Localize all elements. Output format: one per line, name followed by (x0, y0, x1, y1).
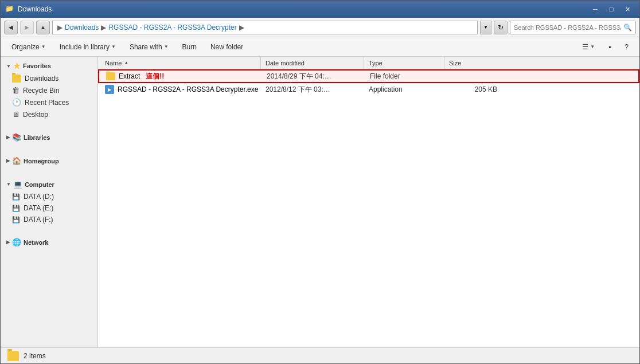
include-dropdown-arrow: ▼ (111, 44, 116, 49)
downloads-label: Downloads (25, 75, 58, 83)
maximize-button[interactable]: □ (604, 3, 619, 15)
downloads-folder-icon (12, 75, 21, 83)
file-row-extract[interactable]: Extract 這個!! 2014/8/29 下午 04:… File fold… (98, 69, 639, 83)
homegroup-section: ▶ 🏠 Homegroup (1, 154, 97, 167)
network-label: Network (24, 239, 48, 246)
address-bar: ◀ ▶ ▲ ▶ Downloads ▶ RGSSAD - RGSS2A - RG… (1, 18, 639, 37)
help-button[interactable]: ? (618, 40, 635, 54)
divider-3 (1, 172, 97, 178)
file-date-decrypter: 2012/8/12 下午 03:… (261, 85, 364, 95)
col-type-header[interactable]: Type (364, 57, 444, 69)
drive-f-icon: 💾 (12, 216, 20, 224)
sidebar-item-recent[interactable]: 🕐 Recent Places (1, 96, 97, 108)
computer-header[interactable]: ▼ 💻 Computer (1, 178, 97, 191)
share-label: Share with (130, 43, 162, 51)
search-icon[interactable]: 🔍 (623, 24, 632, 32)
col-name-header[interactable]: Name ▲ (100, 57, 261, 69)
network-expand-icon: ▶ (6, 240, 10, 245)
burn-button[interactable]: Burn (176, 40, 203, 54)
title-bar-controls: ─ □ ✕ (588, 3, 635, 15)
name-sort-icon: ▲ (124, 60, 128, 65)
new-folder-button[interactable]: New folder (204, 40, 249, 54)
homegroup-icon: 🏠 (12, 156, 21, 165)
sidebar-item-recycle[interactable]: 🗑 Recycle Bin (1, 84, 97, 96)
close-button[interactable]: ✕ (620, 3, 635, 15)
sidebar-item-drive-d[interactable]: 💾 DATA (D:) (1, 191, 97, 202)
title-bar-title: Downloads (18, 5, 52, 13)
preview-pane-button[interactable]: ▪ (602, 40, 617, 54)
minimize-button[interactable]: ─ (588, 3, 603, 15)
file-type-decrypter: Application (364, 85, 444, 93)
back-button[interactable]: ◀ (4, 21, 18, 34)
organize-label: Organize (11, 43, 40, 51)
refresh-button[interactable]: ↻ (494, 21, 508, 34)
address-path-items: ▶ Downloads ▶ RGSSAD - RGSS2A - RGSS3A D… (56, 24, 245, 32)
network-section: ▶ 🌐 Network (1, 236, 97, 249)
file-name-decrypter: RGSSAD - RGSS2A - RGSS3A Decrypter.exe (100, 85, 261, 94)
file-date-extract: 2014/8/29 下午 04:… (262, 72, 365, 81)
libraries-label: Libraries (24, 134, 50, 141)
sidebar-item-drive-f[interactable]: 💾 DATA (F:) (1, 214, 97, 225)
address-dropdown-button[interactable]: ▼ (480, 21, 491, 34)
sidebar: ▼ ★ Favorites Downloads 🗑 Recycle Bin 🕐 … (1, 57, 98, 347)
drive-d-icon: 💾 (12, 193, 20, 201)
homegroup-header[interactable]: ▶ 🏠 Homegroup (1, 154, 97, 167)
libraries-expand-icon: ▶ (6, 135, 10, 140)
column-header: Name ▲ Date modified Type Size (98, 57, 639, 69)
title-bar-icon: 📁 (5, 5, 14, 14)
file-size-decrypter: 205 KB (444, 85, 502, 93)
sidebar-item-downloads[interactable]: Downloads (1, 73, 97, 84)
recycle-icon: 🗑 (12, 86, 19, 95)
decrypter-name: RGSSAD - RGSS2A - RGSS3A Decrypter.exe (118, 85, 258, 93)
views-button[interactable]: ☰▼ (576, 40, 601, 54)
share-dropdown-arrow: ▼ (164, 44, 169, 49)
status-bar: 2 items (1, 347, 639, 363)
include-in-library-button[interactable]: Include in library ▼ (53, 40, 122, 54)
search-input[interactable] (514, 24, 621, 31)
extract-name: Extract (119, 72, 140, 80)
homegroup-label: Homegroup (24, 158, 59, 165)
forward-button[interactable]: ▶ (20, 21, 34, 34)
computer-section: ▼ 💻 Computer 💾 DATA (D:) 💾 DATA (E:) 💾 D… (1, 178, 97, 225)
path-item-folder[interactable]: RGSSAD - RGSS2A - RGSS3A Decrypter (108, 24, 236, 32)
status-folder-icon (7, 351, 19, 361)
desktop-label: Desktop (23, 111, 48, 119)
title-bar: 📁 Downloads ─ □ ✕ (1, 1, 639, 18)
main-content: ▼ ★ Favorites Downloads 🗑 Recycle Bin 🕐 … (1, 57, 639, 347)
exe-icon (105, 85, 114, 94)
extract-folder-icon (106, 72, 115, 80)
sidebar-item-desktop[interactable]: 🖥 Desktop (1, 108, 97, 120)
file-row-decrypter[interactable]: RGSSAD - RGSS2A - RGSS3A Decrypter.exe 2… (98, 83, 639, 96)
organize-dropdown-arrow: ▼ (41, 44, 46, 49)
path-item-downloads[interactable]: Downloads (65, 24, 99, 32)
search-box[interactable]: 🔍 (510, 21, 636, 34)
file-type-extract: File folder (365, 72, 446, 80)
up-button[interactable]: ▲ (36, 21, 50, 34)
desktop-icon: 🖥 (12, 110, 19, 119)
recent-label: Recent Places (25, 99, 69, 107)
libraries-header[interactable]: ▶ 📚 Libraries (1, 131, 97, 144)
computer-label: Computer (25, 181, 54, 188)
network-icon: 🌐 (12, 238, 21, 246)
extract-annotation: 這個!! (146, 72, 164, 81)
file-area: Name ▲ Date modified Type Size (98, 57, 639, 347)
drive-f-label: DATA (F:) (24, 216, 53, 224)
divider-4 (1, 230, 97, 236)
recycle-label: Recycle Bin (23, 87, 59, 95)
include-label: Include in library (60, 43, 110, 51)
col-date-header[interactable]: Date modified (261, 57, 364, 69)
organize-button[interactable]: Organize ▼ (5, 40, 52, 54)
libraries-icon: 📚 (12, 133, 21, 142)
file-list: Extract 這個!! 2014/8/29 下午 04:… File fold… (98, 69, 639, 347)
favorites-header[interactable]: ▼ ★ Favorites (1, 59, 97, 73)
col-size-header[interactable]: Size (444, 57, 502, 69)
computer-expand-icon: ▼ (6, 182, 11, 187)
burn-label: Burn (182, 43, 197, 51)
homegroup-expand-icon: ▶ (6, 158, 10, 163)
favorites-star-icon: ★ (13, 61, 21, 71)
network-header[interactable]: ▶ 🌐 Network (1, 236, 97, 249)
share-with-button[interactable]: Share with ▼ (123, 40, 175, 54)
favorites-label: Favorites (23, 62, 51, 69)
sidebar-item-drive-e[interactable]: 💾 DATA (E:) (1, 202, 97, 214)
address-path[interactable]: ▶ Downloads ▶ RGSSAD - RGSS2A - RGSS3A D… (52, 21, 478, 34)
